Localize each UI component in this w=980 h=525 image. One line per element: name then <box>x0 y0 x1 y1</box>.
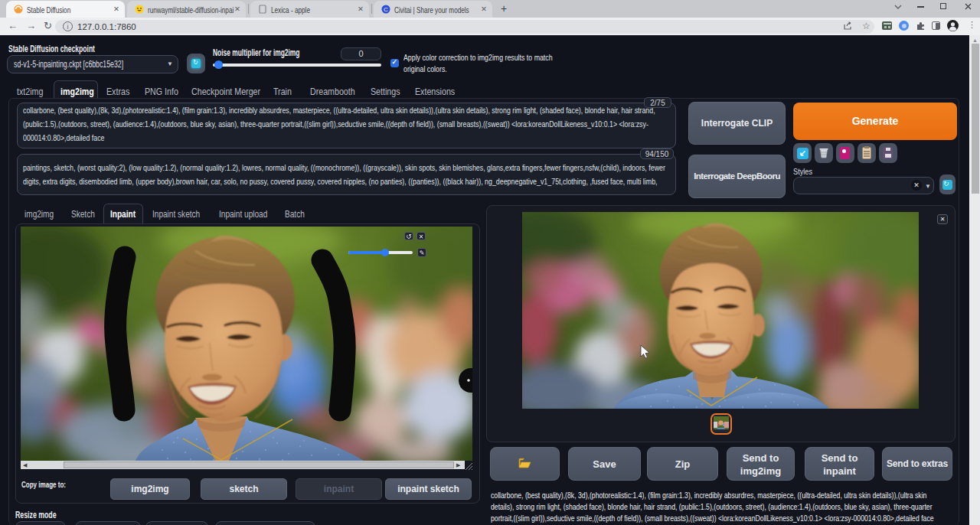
svg-text:C: C <box>384 6 388 13</box>
